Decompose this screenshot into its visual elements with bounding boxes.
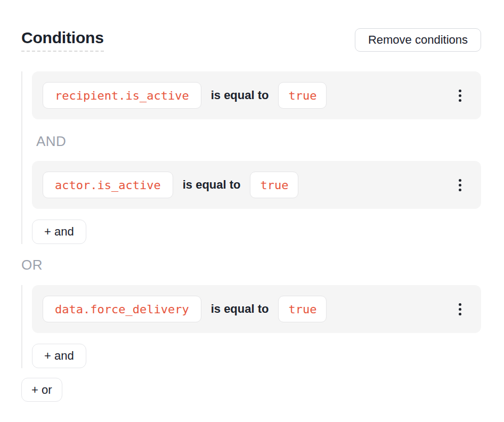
condition-operator-label: is equal to [211, 302, 269, 316]
condition-row: actor.is_active is equal to true [32, 161, 481, 209]
condition-field-pill[interactable]: recipient.is_active [43, 82, 201, 109]
or-joiner-label: OR [21, 258, 481, 272]
condition-field-pill[interactable]: actor.is_active [43, 172, 173, 198]
condition-row: recipient.is_active is equal to true [32, 71, 481, 119]
condition-row: data.force_delivery is equal to true [32, 285, 481, 333]
condition-operator-label: is equal to [183, 178, 241, 192]
add-or-group-button[interactable]: + or [21, 378, 62, 402]
page-title: Conditions [21, 29, 104, 52]
condition-value-pill[interactable]: true [278, 82, 327, 109]
condition-group-1: recipient.is_active is equal to true AND… [21, 71, 481, 244]
condition-menu-button[interactable] [449, 172, 470, 198]
conditions-header: Conditions Remove conditions [21, 28, 481, 52]
condition-value-pill[interactable]: true [250, 172, 298, 198]
condition-menu-button[interactable] [449, 296, 470, 322]
add-and-condition-button[interactable]: + and [32, 344, 86, 368]
condition-field-pill[interactable]: data.force_delivery [43, 296, 201, 322]
condition-group-2: data.force_delivery is equal to true + a… [21, 285, 481, 368]
condition-operator-label: is equal to [211, 88, 269, 102]
remove-conditions-button[interactable]: Remove conditions [355, 28, 481, 52]
and-joiner-label: AND [36, 134, 481, 148]
condition-menu-button[interactable] [449, 82, 470, 109]
add-and-condition-button[interactable]: + and [32, 220, 86, 244]
condition-value-pill[interactable]: true [278, 296, 327, 322]
conditions-panel: Conditions Remove conditions recipient.i… [0, 0, 504, 402]
